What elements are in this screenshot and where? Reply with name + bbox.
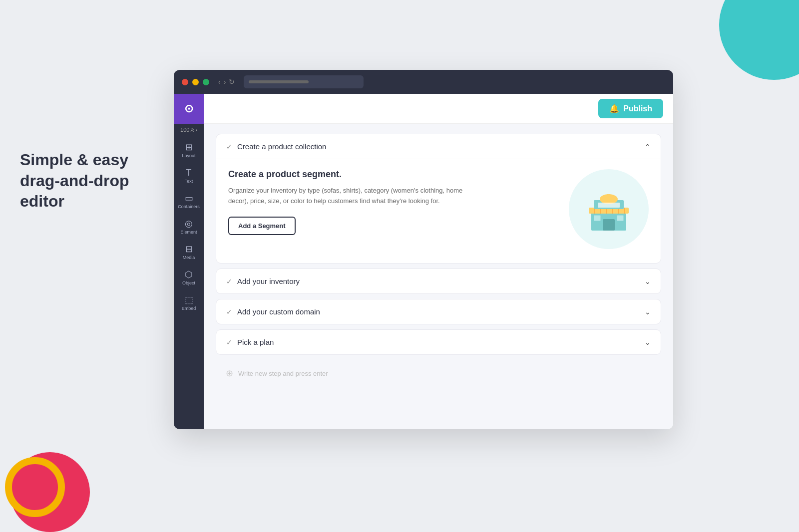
element-label: Element: [180, 230, 197, 235]
browser-window: ‹ › ↻ ⊙ 100% › ⊞ Layout T Text ▭: [174, 70, 673, 429]
bg-teal-decoration: [719, 0, 799, 80]
publish-icon: 🔔: [609, 104, 619, 113]
accordion-chevron-domain[interactable]: ⌄: [645, 308, 651, 316]
sidebar-item-embed[interactable]: ⬚ Embed: [174, 290, 204, 316]
back-button[interactable]: ‹: [218, 78, 221, 86]
browser-nav: ‹ › ↻: [218, 78, 235, 86]
accordion-header-left: ✓ Create a product collection: [226, 142, 326, 151]
sidebar: ⊙ 100% › ⊞ Layout T Text ▭ Containers ◎ …: [174, 94, 204, 429]
accordion-title-inventory: Add your inventory: [237, 277, 300, 285]
accordion-domain: ✓ Add your custom domain ⌄: [216, 299, 661, 324]
embed-label: Embed: [182, 306, 196, 311]
forward-button[interactable]: ›: [224, 78, 226, 86]
add-step-icon: ⊕: [226, 368, 233, 379]
text-label: Text: [185, 179, 193, 184]
publish-label: Publish: [623, 104, 652, 113]
accordion-body-product-collection: Create a product segment. Organize your …: [216, 159, 661, 263]
element-icon: ◎: [185, 219, 193, 228]
content-area: ✓ Create a product collection ⌃ Create a…: [204, 124, 673, 429]
svg-rect-3: [617, 215, 624, 221]
layout-icon: ⊞: [185, 143, 193, 152]
add-step-placeholder[interactable]: Write new step and press enter: [238, 370, 328, 377]
accordion-title-plan: Pick a plan: [237, 338, 274, 346]
app-content: ⊙ 100% › ⊞ Layout T Text ▭ Containers ◎ …: [174, 94, 673, 429]
accordion-header-domain[interactable]: ✓ Add your custom domain ⌄: [216, 299, 661, 324]
segment-desc: Organize your inventory by type (sofas, …: [228, 186, 468, 207]
check-icon-4: ✓: [226, 338, 232, 346]
accordion-product-collection: ✓ Create a product collection ⌃ Create a…: [216, 134, 661, 264]
zoom-arrow-icon: ›: [195, 127, 197, 133]
address-bar[interactable]: [244, 75, 364, 88]
traffic-light-red[interactable]: [182, 79, 188, 85]
sidebar-logo[interactable]: ⊙: [174, 94, 204, 124]
layout-label: Layout: [182, 153, 195, 158]
sidebar-item-text[interactable]: T Text: [174, 163, 204, 189]
address-bar-content: [249, 80, 309, 83]
browser-chrome: ‹ › ↻: [174, 70, 673, 94]
accordion-chevron-plan[interactable]: ⌄: [645, 338, 651, 346]
add-step-area: ⊕ Write new step and press enter: [216, 360, 661, 387]
check-icon: ✓: [226, 143, 232, 151]
check-icon-2: ✓: [226, 277, 232, 285]
containers-icon: ▭: [185, 194, 193, 203]
accordion-domain-left: ✓ Add your custom domain: [226, 307, 320, 316]
publish-button[interactable]: 🔔 Publish: [598, 99, 663, 118]
svg-rect-2: [594, 215, 601, 221]
containers-label: Containers: [178, 204, 200, 209]
svg-rect-14: [598, 203, 620, 208]
traffic-light-green[interactable]: [203, 79, 209, 85]
accordion-plan: ✓ Pick a plan ⌄: [216, 329, 661, 355]
accordion-inventory-left: ✓ Add your inventory: [226, 277, 300, 285]
check-icon-3: ✓: [226, 308, 232, 316]
accordion-title-domain: Add your custom domain: [237, 307, 320, 316]
embed-icon: ⬚: [185, 295, 193, 304]
sidebar-item-containers[interactable]: ▭ Containers: [174, 189, 204, 214]
segment-title: Create a product segment.: [228, 169, 559, 180]
main-content: 🔔 Publish ✓ Create a product collection …: [204, 94, 673, 429]
object-label: Object: [182, 280, 195, 285]
top-bar: 🔔 Publish: [204, 94, 673, 124]
text-icon: T: [186, 168, 192, 177]
accordion-header-product-collection[interactable]: ✓ Create a product collection ⌃: [216, 134, 661, 159]
accordion-title-product-collection: Create a product collection: [237, 142, 326, 151]
accordion-header-plan[interactable]: ✓ Pick a plan ⌄: [216, 330, 661, 354]
hero-text: Simple & easy drag-and-drop editor: [20, 150, 160, 212]
bg-yellow-ring-decoration: [5, 457, 65, 517]
media-icon: ⊟: [185, 245, 193, 254]
store-illustration: [569, 169, 649, 249]
accordion-inventory: ✓ Add your inventory ⌄: [216, 268, 661, 294]
media-label: Media: [183, 255, 195, 260]
accordion-chevron-inventory[interactable]: ⌄: [645, 277, 651, 285]
object-icon: ⬡: [185, 270, 193, 279]
svg-rect-1: [603, 219, 615, 231]
store-svg: [584, 184, 634, 234]
refresh-button[interactable]: ↻: [229, 78, 235, 86]
add-segment-button[interactable]: Add a Segment: [228, 217, 296, 235]
accordion-chevron-up[interactable]: ⌃: [645, 143, 651, 151]
sidebar-zoom[interactable]: 100% ›: [180, 124, 197, 136]
sidebar-item-media[interactable]: ⊟ Media: [174, 240, 204, 265]
logo-icon: ⊙: [184, 102, 193, 115]
zoom-label: 100%: [180, 127, 194, 133]
sidebar-item-object[interactable]: ⬡ Object: [174, 265, 204, 290]
accordion-header-inventory[interactable]: ✓ Add your inventory ⌄: [216, 269, 661, 293]
sidebar-item-layout[interactable]: ⊞ Layout: [174, 138, 204, 163]
sidebar-items: ⊞ Layout T Text ▭ Containers ◎ Element ⊟…: [174, 138, 204, 316]
accordion-body-text: Create a product segment. Organize your …: [228, 169, 559, 235]
accordion-plan-left: ✓ Pick a plan: [226, 338, 274, 346]
svg-rect-13: [607, 194, 610, 200]
sidebar-item-element[interactable]: ◎ Element: [174, 214, 204, 240]
traffic-light-yellow[interactable]: [192, 79, 199, 85]
